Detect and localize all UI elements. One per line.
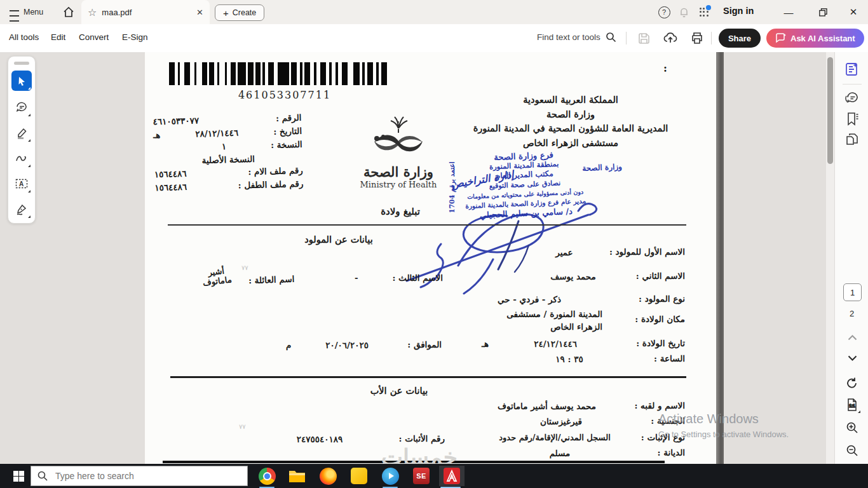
taskbar-search[interactable] <box>31 466 248 486</box>
file-explorer-app-icon[interactable] <box>284 466 309 486</box>
father-religion: مسلم <box>538 448 582 458</box>
draw-tool[interactable] <box>11 148 32 168</box>
birth-time: ٣٥ : ١٩ <box>544 354 595 364</box>
save-icon[interactable] <box>635 30 652 46</box>
comment-tool[interactable] <box>11 97 32 118</box>
next-page-number: 2 <box>843 309 860 318</box>
blue-circle-app-icon[interactable] <box>377 466 403 486</box>
birth-date-hijri: ٢٤/١٢/١٤٤٦هـ <box>482 339 577 349</box>
reference-block: الرقم :٤٦١٠٥٣٣٠٧٧ التاريخ :٢٨/١٢/١٤٤٦هـ … <box>153 112 303 196</box>
yellow-app-icon[interactable] <box>346 466 372 486</box>
refresh-icon[interactable] <box>844 375 860 391</box>
father-id-number: ٢٤٧٥٥٤٠١٨٩ <box>281 434 358 444</box>
select-tool[interactable] <box>11 71 32 91</box>
zoom-in-icon[interactable] <box>844 419 860 436</box>
newborn-family-name: أشير ماماتوف <box>193 264 240 288</box>
print-icon[interactable] <box>689 30 705 46</box>
upload-cloud-icon[interactable] <box>662 30 679 46</box>
help-icon[interactable]: ? <box>657 5 671 19</box>
father-nationality: قيرغيزستان <box>526 416 596 426</box>
scan-noise: ٧٧ <box>239 423 246 430</box>
bookmarks-panel-icon[interactable] <box>844 111 860 127</box>
scrollbar-thumb[interactable] <box>827 57 833 164</box>
acrobat-app-icon[interactable] <box>439 466 465 486</box>
moh-logo: وزارة الصحة Ministry of Health <box>357 116 440 189</box>
create-button[interactable]: + Create <box>215 4 264 21</box>
search-icon <box>606 32 616 43</box>
pdf-page: : 461053307711 المملكة العربية السعودية … <box>145 52 716 464</box>
toolbar: All tools Edit Convert E-Sign Find text … <box>0 24 868 53</box>
newborn-type: ذكر - فردي - حي <box>478 294 580 304</box>
acrobat-window: Menu ☆ maa.pdf ✕ + Create ? Sign in — ✕ <box>0 0 868 488</box>
menu-icon[interactable] <box>10 8 19 24</box>
moh-emblem-icon <box>368 116 429 161</box>
newborn-first-name: عمير <box>526 247 602 257</box>
squiggle-icon <box>15 153 28 164</box>
father-heading: بيانات عن الأب <box>361 385 437 396</box>
se-app-icon[interactable]: SE <box>409 466 434 486</box>
left-tool-panel: A <box>8 56 36 224</box>
firefox-app-icon[interactable] <box>315 466 341 486</box>
father-id-type: السجل المدني/الإقامة/رقم حدود <box>491 433 618 442</box>
find-text-button[interactable]: Find text or tools <box>537 32 616 43</box>
moh-logo-arabic: وزارة الصحة <box>357 164 440 180</box>
previous-page-chevron-icon[interactable] <box>844 329 860 346</box>
newborn-heading: بيانات عن المولود <box>304 234 374 245</box>
tab-close-icon[interactable]: ✕ <box>196 8 203 17</box>
text-box-icon: A <box>15 178 28 189</box>
ai-chat-icon <box>775 33 786 43</box>
titlebar: Menu ☆ maa.pdf ✕ + Create ? Sign in — ✕ <box>0 0 868 24</box>
vertical-scrollbar[interactable] <box>826 52 834 464</box>
divider <box>843 84 862 85</box>
home-icon[interactable] <box>62 6 75 21</box>
chrome-app-icon[interactable] <box>254 466 280 486</box>
barcode-number: 461053307711 <box>208 89 361 101</box>
divider <box>626 32 627 44</box>
newborn-second-name: محمد يوسف <box>535 271 611 281</box>
svg-text:A: A <box>19 180 24 187</box>
comment-bubble-icon <box>16 102 28 113</box>
right-sidebar: 1 2 1:1 <box>834 52 868 464</box>
minimize-button[interactable]: — <box>774 0 803 24</box>
ask-ai-assistant-button[interactable]: Ask AI Assistant <box>766 29 864 48</box>
tab-e-sign[interactable]: E-Sign <box>122 32 148 42</box>
newborn-third-name: - <box>355 273 358 283</box>
comments-panel-icon[interactable] <box>844 90 860 107</box>
highlight-tool[interactable] <box>11 123 32 143</box>
divider <box>711 32 712 44</box>
text-box-tool[interactable]: A <box>11 173 32 194</box>
barcode <box>169 62 409 85</box>
apps-grid-icon[interactable] <box>697 5 711 19</box>
search-input[interactable] <box>54 470 222 482</box>
document-tab[interactable]: ☆ maa.pdf ✕ <box>81 0 210 24</box>
letterhead: المملكة العربية السعودية وزارة الصحة الم… <box>444 93 698 150</box>
plus-icon: + <box>223 8 229 18</box>
current-page-input[interactable]: 1 <box>843 283 862 301</box>
close-button[interactable]: ✕ <box>839 0 868 24</box>
father-name: محمد يوسف أشير ماماتوف <box>485 401 609 411</box>
start-button[interactable] <box>6 464 31 488</box>
menu-button[interactable]: Menu <box>24 8 43 17</box>
panel-drag-handle[interactable] <box>14 62 29 65</box>
notifications-bell-icon[interactable] <box>677 5 691 19</box>
ai-assistant-icon[interactable] <box>844 61 860 78</box>
tab-all-tools[interactable]: All tools <box>9 32 39 42</box>
next-page-chevron-icon[interactable] <box>844 349 860 366</box>
signature-tool[interactable] <box>11 199 32 219</box>
activate-windows-watermark: Activate Windows Go to Settings to activ… <box>658 412 789 439</box>
svg-text:1:1: 1:1 <box>849 403 855 408</box>
zoom-out-icon[interactable] <box>844 442 860 459</box>
tab-convert[interactable]: Convert <box>79 32 109 42</box>
cursor-icon <box>17 76 27 86</box>
share-button[interactable]: Share <box>719 29 761 48</box>
highlighter-icon <box>16 127 28 139</box>
windows-logo-icon <box>13 471 24 482</box>
tab-edit[interactable]: Edit <box>51 32 65 42</box>
birth-place: المدينة المنورة / مستشفى الزهراء الخاص <box>488 308 602 333</box>
sign-in-button[interactable]: Sign in <box>723 6 754 16</box>
actual-size-icon[interactable]: 1:1 <box>844 396 860 413</box>
page-thumbnails-icon[interactable] <box>844 131 860 147</box>
restore-button[interactable] <box>808 0 837 24</box>
fountain-pen-icon <box>15 203 28 215</box>
star-icon[interactable]: ☆ <box>88 6 97 18</box>
